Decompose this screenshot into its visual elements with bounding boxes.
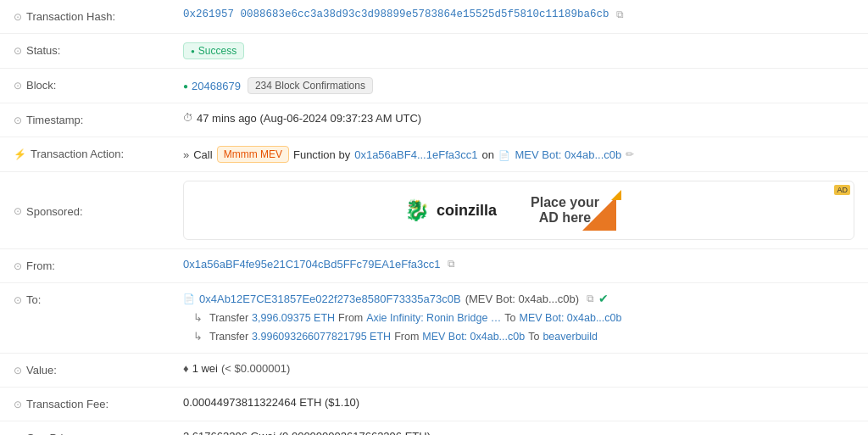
from-address-link[interactable]: 0x1a56aBF4fe95e21C1704cBd5FFc79EA1eFfa3c… (183, 258, 441, 270)
verified-icon: ✔ (598, 292, 609, 305)
contract-icon: 📄 (183, 293, 195, 304)
gas-price-row: ⊙ Gas Price: 2.617663296 Gwei (0.0000000… (0, 421, 868, 435)
block-number-link[interactable]: 20468679 (183, 80, 241, 92)
info-icon: ⊙ (14, 11, 22, 23)
document-icon: 📄 (498, 150, 510, 160)
value-value: ♦ 1 wei (< $0.000001) (183, 362, 854, 375)
function-text: Function by (293, 148, 350, 161)
lightning-icon: ⚡ (14, 148, 26, 160)
transaction-hash-label: ⊙ Transaction Hash: (14, 8, 183, 23)
coinzilla-brand: 🐉 coinzilla (404, 198, 497, 222)
timestamp-label: ⊙ Timestamp: (14, 112, 183, 126)
action-call-text: Call (193, 148, 212, 161)
edit-icon[interactable]: ✏ (626, 148, 634, 160)
info-icon-from: ⊙ (14, 260, 22, 272)
status-value: Success (183, 42, 854, 59)
sponsored-value[interactable]: 🐉 coinzilla Place your AD here AD (183, 181, 854, 240)
gas-price-label: ⊙ Gas Price: (14, 430, 183, 435)
transfer1-to-link[interactable]: MEV Bot: 0x4ab...c0b (520, 312, 622, 324)
brand-text: coinzilla (437, 202, 497, 220)
timestamp-row: ⊙ Timestamp: ⏱ 47 mins ago (Aug-06-2024 … (0, 103, 868, 137)
transfer1-arrow: ↳ (193, 311, 203, 324)
transaction-hash-value: 0x261957 0088683e6cc3a38d93c3d98899e5783… (183, 8, 854, 20)
info-icon-status: ⊙ (14, 45, 22, 57)
transfer2-arrow: ↳ (193, 330, 203, 343)
transfer1-line: ↳ Transfer 3,996.09375 ETH From Axie Inf… (183, 311, 854, 324)
to-row: ⊙ To: 📄 0x4Ab12E7CE31857Ee022f273e8580F7… (0, 283, 868, 354)
eth-icon: ♦ (183, 362, 189, 375)
info-icon-sp: ⊙ (14, 205, 22, 217)
action-on-text: on (481, 148, 493, 161)
action-label-text: Transaction Action: (31, 148, 124, 160)
ad-banner[interactable]: 🐉 coinzilla Place your AD here AD (183, 181, 854, 240)
transfer2-line: ↳ Transfer 3.996093266077821795 ETH From… (183, 330, 854, 343)
info-icon-to: ⊙ (14, 294, 22, 306)
copy-hash-icon[interactable]: ⧉ (616, 8, 624, 20)
confirmations-badge: 234 Block Confirmations (248, 77, 373, 94)
transfer1-from-label: From (338, 312, 363, 324)
value-usd: (< $0.000001) (221, 362, 290, 375)
transfer1-from-link[interactable]: Axie Infinity: Ronin Bridge … (366, 312, 501, 324)
action-arrow: » (183, 148, 189, 161)
transfer2-to-label: To (528, 331, 539, 343)
from-row: ⊙ From: 0x1a56aBF4fe95e21C1704cBd5FFc79E… (0, 249, 868, 283)
transfer2-prefix: Transfer (209, 331, 248, 343)
to-label: ⊙ To: (14, 292, 183, 306)
clock-icon: ⏱ (183, 112, 193, 124)
transfer2-to-link[interactable]: beaverbuild (542, 331, 598, 343)
info-icon-val: ⊙ (14, 365, 22, 376)
info-icon-fee: ⊙ (14, 399, 22, 410)
transfer1-amount[interactable]: 3,996.09375 ETH (252, 312, 335, 324)
transfer2-amount[interactable]: 3.996093266077821795 ETH (252, 331, 391, 343)
fee-row: ⊙ Transaction Fee: 0.00044973811322464 E… (0, 388, 868, 421)
fee-value: 0.00044973811322464 ETH ($1.10) (183, 396, 854, 409)
fee-text: 0.00044973811322464 ETH ($1.10) (183, 396, 359, 409)
coin-emoji: 🐉 (404, 198, 430, 222)
action-value: » Call Mmmm MEV Function by 0x1a56aBF4..… (183, 146, 854, 163)
copy-from-icon[interactable]: ⧉ (448, 258, 455, 270)
fee-label: ⊙ Transaction Fee: (14, 396, 183, 410)
copy-to-icon[interactable]: ⧉ (587, 293, 594, 304)
from-value: 0x1a56aBF4fe95e21C1704cBd5FFc79EA1eFfa3c… (183, 258, 854, 270)
timestamp-value: ⏱ 47 mins ago (Aug-06-2024 09:37:23 AM U… (183, 112, 854, 125)
ad-corner-badge: AD (834, 185, 850, 195)
block-row: ⊙ Block: 20468679 234 Block Confirmation… (0, 69, 868, 103)
action-from-link[interactable]: 0x1a56aBF4...1eFfa3cc1 (354, 148, 477, 161)
block-label: ⊙ Block: (14, 77, 183, 92)
status-badge: Success (183, 42, 244, 59)
to-address-link[interactable]: 0x4Ab12E7CE31857Ee022f273e8580F73335a73c… (199, 293, 461, 305)
transfer2-from-link[interactable]: MEV Bot: 0x4ab...c0b (422, 331, 525, 343)
action-row: ⚡ Transaction Action: » Call Mmmm MEV Fu… (0, 137, 868, 172)
status-label: ⊙ Status: (14, 42, 183, 57)
mev-label: (MEV Bot: 0x4ab...c0b) (465, 293, 579, 305)
sponsored-row: ⊙ Sponsored: 🐉 coinzilla Place your AD h… (0, 172, 868, 249)
value-row: ⊙ Value: ♦ 1 wei (< $0.000001) (0, 354, 868, 388)
hash-text: 0x261957 0088683e6cc3a38d93c3d98899e5783… (183, 8, 609, 20)
action-label: ⚡ Transaction Action: (14, 146, 183, 160)
info-icon-gas: ⊙ (14, 432, 22, 436)
transfer1-prefix: Transfer (209, 312, 248, 324)
transfer1-to-label: To (504, 312, 515, 324)
transaction-hash-row: ⊙ Transaction Hash: 0x261957 0088683e6cc… (0, 0, 868, 34)
info-icon-block: ⊙ (14, 80, 22, 92)
mev-badge: Mmmm MEV (217, 146, 289, 163)
value-label: ⊙ Value: (14, 362, 183, 376)
transfer2-from-label: From (394, 331, 419, 343)
mev-bot-link[interactable]: 📄 MEV Bot: 0x4ab...c0b (498, 148, 621, 161)
block-value: 20468679 234 Block Confirmations (183, 77, 854, 94)
gas-price-value: 2.617663296 Gwei (0.000000002617663296 E… (183, 430, 854, 435)
timestamp-text: 47 mins ago (Aug-06-2024 09:37:23 AM UTC… (197, 112, 421, 125)
value-amount: 1 wei (192, 362, 218, 375)
ad-triangle (582, 197, 616, 231)
gas-price-text: 2.617663296 Gwei (0.000000002617663296 E… (183, 430, 431, 435)
info-icon-ts: ⊙ (14, 114, 22, 126)
status-row: ⊙ Status: Success (0, 34, 868, 69)
transaction-detail-panel: ⊙ Transaction Hash: 0x261957 0088683e6cc… (0, 0, 868, 435)
to-value: 📄 0x4Ab12E7CE31857Ee022f273e8580F73335a7… (183, 292, 854, 343)
from-label: ⊙ From: (14, 258, 183, 272)
sponsored-label: ⊙ Sponsored: (14, 204, 183, 218)
